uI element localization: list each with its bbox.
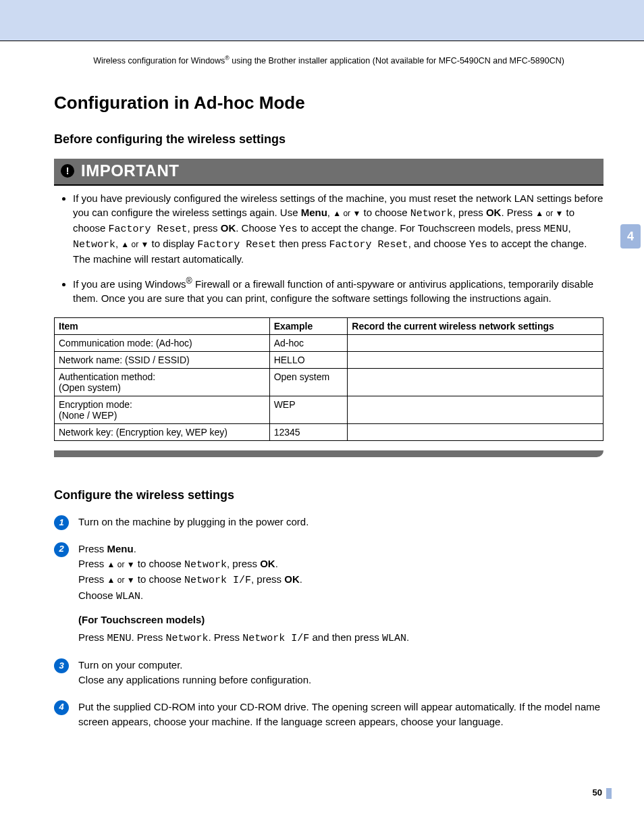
text: , press (453, 207, 486, 218)
section-before-config: Before configuring the wireless settings (54, 132, 603, 147)
page-content: Wireless configuration for Windows® usin… (0, 41, 644, 741)
ok-key: OK (486, 207, 502, 218)
table-row: Authentication method:(Open system) Open… (55, 369, 603, 396)
text: to choose (135, 558, 184, 569)
table-row: Network name: (SSID / ESSID) HELLO (55, 352, 603, 369)
network-option: Network (184, 559, 227, 571)
text: to accept the change. For Touchscreen mo… (298, 222, 544, 234)
text: , and choose (408, 238, 469, 249)
callout-end-bar (54, 450, 603, 457)
chapter-tab: 4 (620, 224, 641, 249)
cell-item: Authentication method:(Open system) (55, 369, 270, 396)
menu-key: Menu (301, 207, 327, 218)
cell-example: Ad-hoc (269, 335, 348, 352)
cell-record (348, 424, 603, 441)
text: to choose (360, 207, 410, 218)
text: to choose (135, 573, 184, 585)
cell-record (348, 369, 603, 396)
text: Press (78, 558, 107, 569)
step-4: Put the supplied CD-ROM into your CD-ROM… (54, 700, 603, 741)
important-callout-header: ! IMPORTANT (54, 159, 603, 186)
table-row: Network key: (Encryption key, WEP key) 1… (55, 424, 603, 441)
ok-key: OK (221, 222, 236, 234)
network-if-option: Network I/F (184, 575, 251, 586)
steps-list: Turn on the machine by plugging in the p… (54, 515, 603, 741)
text: . Choose (236, 222, 279, 234)
important-label: IMPORTANT (81, 161, 179, 180)
ok-key: OK (284, 573, 300, 585)
running-header-pre: Wireless configuration for Windows (93, 56, 225, 66)
text: , press (227, 558, 260, 569)
th-example: Example (269, 318, 348, 335)
th-record: Record the current wireless network sett… (348, 318, 603, 335)
settings-table: Item Example Record the current wireless… (54, 317, 603, 441)
important-bullet-list: If you have previously configured the wi… (54, 191, 603, 305)
cell-item: Encryption mode:(None / WEP) (55, 396, 270, 424)
exclamation-icon: ! (61, 164, 74, 178)
text: and then press (309, 631, 382, 643)
registered-mark: ® (186, 276, 192, 286)
th-item: Item (55, 318, 270, 335)
arrow-keys-icon: ▲ or ▼ (107, 575, 135, 585)
menu-option: MENU (543, 224, 568, 235)
document-page: 4 Wireless configuration for Windows® us… (0, 0, 644, 834)
text: . Press (208, 631, 242, 643)
text: Authentication method: (59, 371, 155, 382)
text: . Press (501, 207, 535, 218)
text: to display (149, 238, 197, 249)
text: . (275, 558, 278, 569)
wlan-option: WLAN (382, 633, 406, 644)
page-number: 50 (593, 787, 602, 798)
text: , press (188, 222, 221, 234)
text: . (140, 590, 143, 601)
text: , (568, 222, 570, 234)
cell-example: WEP (269, 396, 348, 424)
cell-example: Open system (269, 369, 348, 396)
arrow-keys-icon: ▲ or ▼ (121, 240, 149, 249)
text: Press (78, 631, 107, 643)
text: . (134, 543, 136, 554)
text: (Open system) (59, 382, 121, 393)
arrow-keys-icon: ▲ or ▼ (535, 209, 563, 218)
wlan-option: WLAN (116, 591, 140, 602)
cell-example: HELLO (269, 352, 348, 369)
cell-record (348, 335, 603, 352)
menu-key: Menu (107, 543, 134, 554)
page-title: Configuration in Ad-hoc Mode (54, 93, 603, 113)
factory-reset-option: Factory Reset (197, 239, 276, 251)
step-2: Press Menu. Press ▲ or ▼ to choose Netwo… (54, 542, 603, 658)
network-option: Network (165, 633, 208, 644)
page-number-accent (606, 788, 612, 799)
section-configure: Configure the wireless settings (54, 488, 603, 502)
network-if-option: Network I/F (242, 633, 309, 644)
cell-example: 12345 (269, 424, 348, 441)
text: Press (78, 573, 107, 585)
table-row: Encryption mode:(None / WEP) WEP (55, 396, 603, 424)
yes-option: Yes (279, 224, 297, 235)
factory-reset-option: Factory Reset (329, 239, 408, 251)
touchscreen-subhead: (For Touchscreen models) (78, 613, 603, 627)
text: Turn on your computer. (78, 659, 183, 671)
text: (None / WEP) (59, 410, 117, 421)
text: . (300, 573, 302, 585)
bullet-item-firewall: If you are using Windows® Firewall or a … (73, 276, 603, 305)
text: Choose (78, 590, 116, 601)
text: Close any applications running before co… (78, 674, 311, 685)
running-header-post: using the Brother installer application … (230, 56, 564, 66)
arrow-keys-icon: ▲ or ▼ (107, 560, 135, 569)
text: then press (276, 238, 329, 249)
text: Encryption mode: (59, 399, 132, 410)
table-row: Communication mode: (Ad-hoc) Ad-hoc (55, 335, 603, 352)
top-accent-bar (0, 0, 644, 41)
cell-item: Network name: (SSID / ESSID) (55, 352, 270, 369)
ok-key: OK (260, 558, 275, 569)
step-1: Turn on the machine by plugging in the p… (54, 515, 603, 542)
yes-option: Yes (469, 239, 487, 251)
factory-reset-option: Factory Reset (109, 224, 188, 235)
text: . Press (132, 631, 166, 643)
running-header: Wireless configuration for Windows® usin… (54, 55, 603, 66)
network-option: Network (73, 239, 115, 251)
text: . (406, 631, 409, 643)
menu-option: MENU (107, 633, 132, 644)
cell-item: Network key: (Encryption key, WEP key) (55, 424, 270, 441)
